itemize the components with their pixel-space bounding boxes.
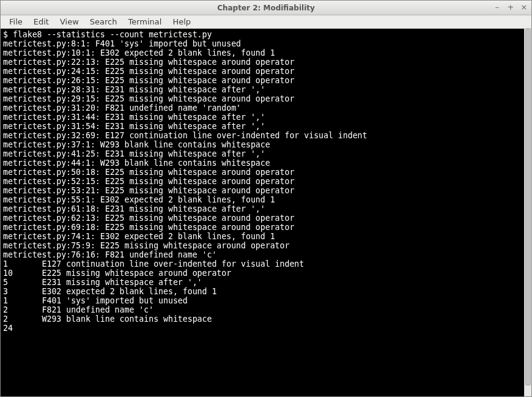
window-titlebar: Chapter 2: Modifiability – + × [1,1,531,15]
window-controls: – + × [492,2,529,12]
maximize-icon[interactable]: + [506,2,515,12]
terminal-output[interactable]: $ flake8 --statistics --count metrictest… [1,29,524,396]
menu-terminal[interactable]: Terminal [123,16,166,28]
scrollbar-thumb[interactable] [525,29,531,385]
menu-file[interactable]: File [4,16,28,28]
close-icon[interactable]: × [519,2,529,12]
terminal-area: $ flake8 --statistics --count metrictest… [1,29,531,396]
menu-help[interactable]: Help [168,16,196,28]
menu-edit[interactable]: Edit [29,16,54,28]
menu-search[interactable]: Search [85,16,122,28]
minimize-icon[interactable]: – [492,2,502,12]
menubar: File Edit View Search Terminal Help [1,15,531,29]
window-title: Chapter 2: Modifiability [1,4,531,12]
menu-view[interactable]: View [55,16,84,28]
scrollbar-vertical[interactable] [524,29,531,396]
